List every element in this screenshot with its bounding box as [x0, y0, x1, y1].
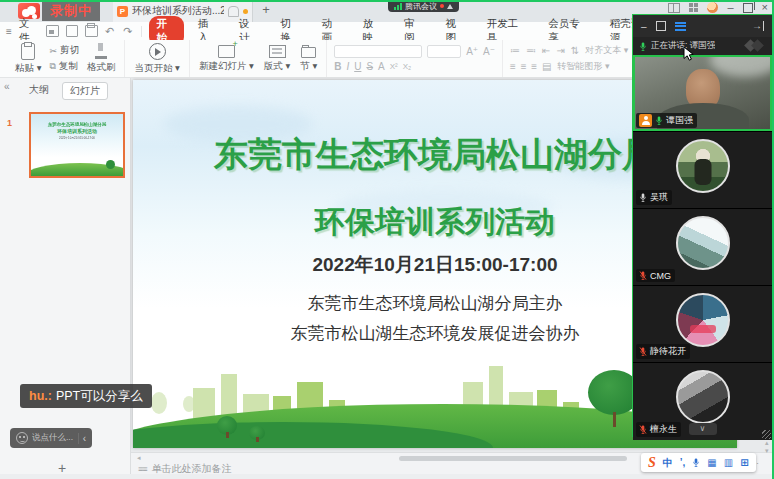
slide-thumbnail-panel: « 大纲 幻灯片 1 东莞市生态环境局松山湖分局 环保培训系列活动 2022年1… — [0, 78, 131, 474]
underline-button[interactable]: U — [354, 61, 361, 72]
participant-tile-1[interactable]: 谭国强 — [633, 55, 772, 132]
participant-tile-4[interactable]: 静待花开 — [633, 286, 772, 363]
to-smartart-button[interactable]: 转智能图形 ▾ — [557, 60, 609, 73]
mic-muted-icon — [639, 270, 647, 281]
section-button[interactable]: 节 ▾ — [298, 44, 319, 73]
redo-button[interactable]: ↷ — [123, 25, 134, 38]
scrollbar-thumb[interactable] — [399, 456, 627, 461]
output-icon[interactable] — [66, 25, 79, 37]
paragraph-group: ≔ ≕ ⇤ ⇥ ⇅ 对齐文本 ▾ ≡ ≡ ≡ ▤ 转智能图形 ▾ — [503, 40, 636, 77]
outdent-button[interactable]: ⇤ — [542, 45, 551, 56]
font-decrease-button[interactable]: A⁻ — [483, 46, 495, 57]
thumb-tree — [106, 160, 115, 169]
collapse-list-button[interactable]: ∨ — [689, 423, 717, 435]
font-family-select[interactable] — [334, 45, 422, 58]
meeting-restore-button[interactable] — [656, 21, 666, 31]
chat-input-placeholder: 说点什么... — [32, 432, 74, 444]
print-icon[interactable] — [85, 25, 98, 37]
apps-grid-icon[interactable] — [689, 3, 698, 12]
horizontal-scrollbar[interactable]: ◂ — [137, 456, 637, 461]
font-color-button[interactable]: A — [378, 61, 385, 72]
chat-collapse-button[interactable]: ‹ — [83, 433, 86, 444]
status-strip — [0, 474, 774, 479]
participant-tile-2[interactable]: 吴琪 — [633, 132, 772, 209]
hamburger-icon[interactable]: ≡ — [6, 26, 12, 37]
ime-toolbar[interactable]: S 中 ’, ▦ ▥ ⊞ — [641, 453, 756, 472]
meeting-minimize-button[interactable]: – — [641, 21, 647, 32]
minimize-button[interactable]: – — [727, 1, 733, 14]
save-icon[interactable] — [46, 25, 59, 37]
layout-view-icon[interactable] — [675, 22, 686, 31]
play-from-current-button[interactable]: 当页开始 ▾ — [132, 43, 181, 75]
account-avatar[interactable] — [707, 2, 718, 13]
resize-handle[interactable] — [762, 430, 771, 439]
copy-button[interactable]: ⧉复制 — [49, 60, 79, 73]
font-size-select[interactable] — [427, 45, 461, 58]
emoji-icon[interactable] — [16, 432, 28, 444]
divider — [141, 26, 142, 37]
active-speaker-bar: 正在讲话: 谭国强 — [633, 37, 772, 55]
superscript-button[interactable]: X² — [390, 62, 398, 71]
paste-icon — [21, 43, 35, 60]
line-spacing-button[interactable]: ⇅ — [571, 45, 580, 56]
slide-number: 1 — [7, 118, 12, 128]
slide-thumbnail[interactable]: 东莞市生态环境局松山湖分局 环保培训系列活动 2022年10月21日15:00-… — [29, 112, 125, 178]
scissors-icon: ✂ — [49, 46, 57, 56]
ime-mic-icon[interactable] — [692, 457, 700, 468]
participant-label: CMG — [636, 269, 675, 282]
ime-grid-icon[interactable]: ⊞ — [740, 457, 748, 468]
tab-outline[interactable]: 大纲 — [22, 82, 56, 100]
cut-button[interactable]: ✂剪切 — [49, 44, 79, 57]
meeting-pill-label: 腾讯会议 — [405, 1, 437, 12]
participant-avatar — [676, 139, 730, 193]
align-text-button[interactable]: 对齐文本 ▾ — [585, 44, 628, 57]
host-badge-icon — [639, 114, 652, 127]
participant-name: CMG — [650, 271, 671, 281]
meeting-titlebar: – → — [633, 15, 772, 37]
font-increase-button[interactable]: A⁺ — [466, 46, 478, 57]
ime-punctuation[interactable]: ’, — [680, 457, 686, 468]
ime-keyboard-icon[interactable]: ▦ — [707, 457, 716, 468]
tab-slides[interactable]: 幻灯片 — [62, 82, 108, 100]
window-controls: – × — [668, 1, 768, 14]
slideshow-group: 当页开始 ▾ — [125, 40, 189, 77]
alignment-buttons[interactable]: ≡ ≡ ≡ ▤ — [510, 61, 552, 72]
mic-idle-icon — [639, 192, 647, 203]
vertical-scroll-arrows[interactable]: ▴▾ — [765, 439, 769, 455]
subscript-button[interactable]: X₂ — [403, 62, 411, 71]
italic-button[interactable]: I — [346, 61, 349, 72]
strikethrough-button[interactable]: S — [366, 61, 373, 72]
format-painter-button[interactable]: 格式刷 — [85, 43, 118, 74]
chat-input[interactable]: 说点什么... ‹ — [10, 428, 92, 448]
participant-avatar — [676, 293, 730, 347]
undo-button[interactable]: ↶ — [105, 25, 116, 38]
slides-group: 新建幻灯片 ▾ 版式 ▾ 节 ▾ — [190, 40, 327, 77]
meeting-panel: – → 正在讲话: 谭国强 谭国强 吴琪 — [632, 14, 773, 437]
ime-mode-chinese[interactable]: 中 — [663, 456, 673, 470]
copy-icon: ⧉ — [49, 61, 55, 72]
split-view-icon[interactable] — [668, 3, 680, 13]
paste-button[interactable]: 粘贴 ▾ — [13, 43, 43, 75]
new-slide-button[interactable]: 新建幻灯片 ▾ — [197, 45, 256, 73]
close-button[interactable]: × — [762, 1, 768, 14]
bullets-button[interactable]: ≔ — [510, 45, 521, 56]
presentation-file-icon: P — [117, 6, 128, 17]
layout-icon — [269, 45, 286, 58]
ime-skin-icon[interactable]: ▥ — [724, 457, 733, 468]
restore-button[interactable] — [743, 3, 753, 13]
layout-button[interactable]: 版式 ▾ — [262, 45, 292, 73]
section-folder-icon — [301, 47, 316, 58]
bold-button[interactable]: B — [334, 61, 341, 72]
new-slide-icon — [218, 45, 235, 58]
exit-panel-icon[interactable]: → — [752, 21, 764, 31]
indent-button[interactable]: ⇥ — [556, 45, 565, 56]
participant-tile-5[interactable]: ∨ 檀永生 — [633, 363, 772, 440]
participant-avatar — [676, 216, 730, 270]
participant-tile-3[interactable]: CMG — [633, 209, 772, 286]
mic-on-icon — [655, 115, 663, 126]
sogou-logo-icon[interactable]: S — [648, 455, 656, 471]
numbering-button[interactable]: ≕ — [526, 45, 537, 56]
scroll-left-icon[interactable]: ◂ — [137, 454, 141, 462]
participant-name: 吴琪 — [650, 191, 668, 204]
collapse-panel-icon[interactable]: « — [4, 81, 10, 92]
